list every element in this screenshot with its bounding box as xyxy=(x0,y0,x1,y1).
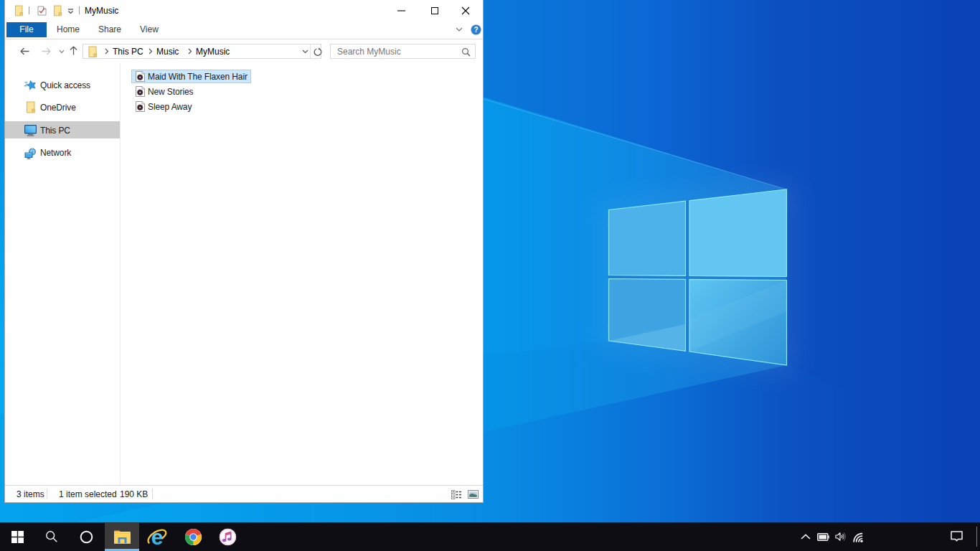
svg-text:?: ? xyxy=(473,26,478,34)
